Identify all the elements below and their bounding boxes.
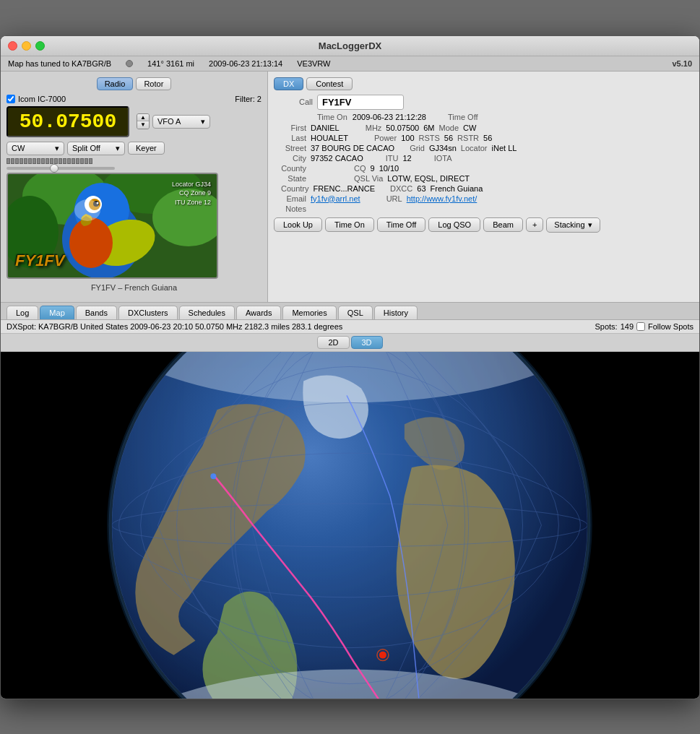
last-value: HOUALET [311, 134, 348, 142]
keyer-button[interactable]: Keyer [128, 142, 165, 155]
follow-spots-label: Follow Spots [648, 322, 693, 331]
rf-bar-7 [33, 158, 36, 164]
info-row-7: Country FRENC...RANCE DXCC 63 French Gui… [281, 184, 693, 193]
tab-map[interactable]: Map [40, 306, 74, 319]
filter-label: Filter: 2 [235, 95, 262, 103]
sliders-section [7, 158, 262, 170]
info-row-2: Last HOUALET Power 100 RSTS 56 RSTR 56 [281, 134, 693, 142]
volume-thumb[interactable] [50, 164, 59, 173]
svg-point-14 [74, 199, 100, 221]
maximize-button[interactable] [35, 41, 45, 51]
rf-bar-display [7, 158, 262, 164]
rf-bar-10 [46, 158, 49, 164]
rsts-label: RSTS [419, 134, 440, 142]
beam-button[interactable]: Beam [483, 217, 523, 232]
locator-overlay: Locator GJ34 CQ Zone 9 ITU Zone 12 [172, 180, 211, 207]
mode-select[interactable]: CW ▾ [7, 142, 64, 155]
tab-dxclusters[interactable]: DXClusters [118, 306, 178, 319]
bearing-label: 141° 3161 mi [147, 59, 194, 68]
tab-2d[interactable]: 2D [317, 336, 349, 349]
url-value[interactable]: http://www.fy1fv.net/ [407, 194, 478, 203]
call-label: Call [274, 98, 317, 106]
split-off-select[interactable]: Split Off ▾ [67, 142, 125, 155]
radio-checkbox[interactable]: Icom IC-7000 [7, 95, 66, 103]
titlebar: MacLoggerDX [1, 36, 699, 56]
tab-memories[interactable]: Memories [282, 306, 336, 319]
rf-bar-5 [24, 158, 27, 164]
tab-bands[interactable]: Bands [76, 306, 117, 319]
band-value: 6M [423, 124, 434, 132]
rf-bar-19 [85, 158, 88, 164]
rf-bar-3 [15, 158, 19, 164]
dx-tab[interactable]: DX [274, 77, 303, 90]
rf-bar-18 [80, 158, 84, 164]
dxspot-text: DXSpot: KA7BGR/B United States 2009-06-2… [7, 322, 342, 331]
callsign-overlay: FY1FV [15, 251, 64, 270]
freq-down-button[interactable]: ▼ [137, 121, 149, 129]
version-label: v5.10 [672, 59, 692, 68]
spots-value: 149 [621, 322, 634, 331]
mode-controls: CW ▾ Split Off ▾ Keyer [7, 142, 262, 155]
tab-3d[interactable]: 3D [351, 336, 383, 349]
email-value[interactable]: fy1fv@arrl.net [311, 194, 360, 203]
minimize-button[interactable] [22, 41, 31, 51]
call-row: Call [274, 95, 693, 110]
callsign-label: VE3VRW [297, 59, 330, 68]
dxcc-value: 63 [417, 184, 425, 193]
mhz-value: 50.07500 [386, 124, 419, 132]
tuned-to-label: Map has tuned to KA7BGR/B [8, 59, 111, 68]
dx-contest-tabs: DX Contest [274, 77, 693, 90]
status-indicator [126, 60, 133, 67]
rf-bar-12 [54, 158, 58, 164]
tab-schedules[interactable]: Schedules [179, 306, 235, 319]
contest-tab[interactable]: Contest [306, 77, 353, 90]
radio-checkbox-input[interactable] [7, 95, 15, 103]
tab-awards[interactable]: Awards [236, 306, 281, 319]
frequency-controls: 50.07500 ▲ ▼ VFO A ▾ [7, 106, 262, 137]
time-on-label: Time On 2009-06-23 21:12:28 [317, 113, 426, 121]
mode-label-2: Mode [439, 124, 459, 132]
call-input[interactable] [317, 95, 404, 110]
close-button[interactable] [8, 41, 17, 51]
top-status-bar: Map has tuned to KA7BGR/B 141° 3161 mi 2… [1, 56, 699, 72]
radio-name-label: Icom IC-7000 [18, 95, 66, 103]
dxspot-bar: DXSpot: KA7BGR/B United States 2009-06-2… [1, 320, 699, 334]
caption-bar: FY1FV – French Guiana [7, 282, 262, 293]
spots-label: Spots: [595, 322, 617, 331]
rf-bar-2 [11, 158, 14, 164]
radio-button[interactable]: Radio [97, 77, 134, 90]
mhz-label: MHz [366, 124, 382, 132]
notes-label: Notes [281, 204, 306, 213]
globe-svg [1, 352, 699, 699]
time-on-button[interactable]: Time On [325, 217, 374, 232]
stacking-button[interactable]: Stacking ▾ [546, 217, 600, 233]
look-up-button[interactable]: Look Up [274, 217, 322, 232]
street-label: Street [281, 144, 306, 152]
rstr-label: RSTR [457, 134, 479, 142]
follow-spots-section: Spots: 149 Follow Spots [595, 322, 693, 331]
itu-value: 12 [403, 154, 412, 163]
vfo-select[interactable]: VFO A ▾ [152, 115, 210, 129]
first-value: DANIEL [311, 124, 340, 132]
freq-up-button[interactable]: ▲ [137, 114, 149, 121]
action-buttons: Look Up Time On Time Off Log QSO Beam + … [274, 217, 693, 233]
info-row-5: County CQ 9 10/10 [281, 164, 693, 173]
time-off-button[interactable]: Time Off [377, 217, 426, 232]
county-label: County [281, 164, 306, 173]
tab-history[interactable]: History [374, 306, 418, 319]
rf-bar-11 [50, 158, 53, 164]
time-off-label: Time Off [448, 113, 478, 121]
tab-qsl[interactable]: QSL [338, 306, 373, 319]
rf-bar-15 [67, 158, 71, 164]
follow-spots-checkbox[interactable] [636, 322, 645, 331]
qsl-via-value: LOTW, EQSL, DIRECT [387, 174, 470, 183]
frequency-stepper[interactable]: ▲ ▼ [137, 113, 150, 129]
plus-button[interactable]: + [526, 217, 543, 232]
email-label: Email [281, 194, 306, 203]
tab-log[interactable]: Log [7, 306, 38, 319]
url-label: URL [386, 194, 402, 203]
volume-slider[interactable] [7, 167, 115, 170]
rotor-button[interactable]: Rotor [136, 77, 171, 90]
country-value: FRENC...RANCE [314, 184, 376, 193]
log-qso-button[interactable]: Log QSO [428, 217, 480, 232]
